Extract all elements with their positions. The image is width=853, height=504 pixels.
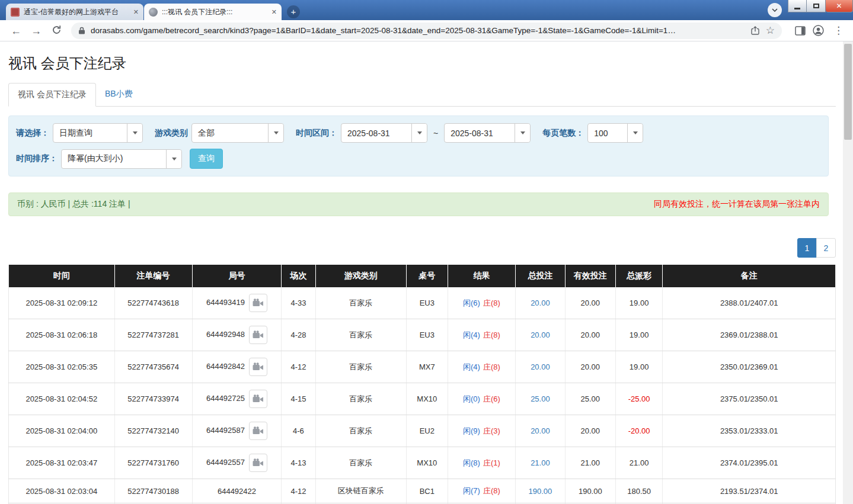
per-page-select[interactable]: 100 — [587, 123, 643, 143]
cell-game-type: 百家乐 — [315, 447, 406, 479]
profile-avatar[interactable] — [813, 25, 824, 36]
chevron-down-icon[interactable] — [411, 124, 427, 142]
page-button-1[interactable]: 1 — [797, 238, 817, 258]
forward-button[interactable]: → — [28, 25, 44, 36]
game-type-select[interactable]: 全部 — [191, 123, 284, 143]
filter-row-2: 时间排序： 降幂(由大到小) 查询 — [16, 149, 821, 169]
cell-valid-bet: 25.00 — [565, 383, 615, 415]
chevron-down-icon[interactable] — [268, 124, 283, 142]
tab-close-icon[interactable]: ✕ — [271, 8, 277, 16]
cell-round-number: 644492948 — [192, 319, 282, 351]
bookmark-star-icon[interactable]: ☆ — [766, 24, 775, 37]
cell-total-bet: 190.00 — [516, 479, 566, 503]
cell-table-number: MX7 — [406, 351, 448, 383]
round-number: 644493419 — [206, 298, 245, 307]
cell-time: 2025-08-31 02:03:47 — [9, 447, 115, 479]
cell-result: 闲(0)庄(6) — [448, 383, 515, 415]
cell-bet-number: 522774732140 — [114, 415, 192, 447]
total-bet-link[interactable]: 20.00 — [531, 298, 550, 307]
page-title: 视讯 会员下注纪录 — [8, 54, 836, 73]
cell-result: 闲(9)庄(3) — [448, 415, 515, 447]
tab-list-chevron-icon[interactable] — [768, 3, 782, 17]
cell-table-number: BC1 — [406, 479, 448, 503]
table-row: 2025-08-31 02:06:18 522774737281 6444929… — [9, 319, 836, 351]
video-replay-button[interactable] — [249, 326, 267, 344]
cell-time: 2025-08-31 02:06:18 — [9, 319, 115, 351]
chevron-down-icon[interactable] — [515, 124, 530, 142]
result-player: 闲(0) — [463, 394, 480, 403]
window-minimize-button[interactable] — [788, 0, 807, 12]
browser-tab-betrecord[interactable]: :::视讯 会员下注纪录::: ✕ — [144, 4, 282, 20]
search-button[interactable]: 查询 — [190, 149, 223, 169]
cell-note: 2375.01/2350.01 — [663, 383, 836, 415]
filter-row-1: 请选择： 日期查询 游戏类别 全部 时间区间： 2025-08-31 ~ 202 — [16, 123, 821, 143]
cell-table-number: EU3 — [406, 287, 448, 319]
video-replay-button[interactable] — [249, 358, 267, 376]
cell-note: 2374.01/2395.01 — [663, 447, 836, 479]
window-maximize-button[interactable] — [807, 0, 826, 12]
reload-button[interactable] — [49, 25, 64, 37]
cell-game-type: 百家乐 — [315, 287, 406, 319]
video-replay-button[interactable] — [249, 294, 267, 312]
query-type-select[interactable]: 日期查询 — [53, 123, 143, 143]
cell-payout: -20.00 — [615, 415, 663, 447]
cell-session: 4-12 — [282, 351, 315, 383]
video-replay-button[interactable] — [249, 390, 267, 408]
table-row: 2025-08-31 02:03:04 522774730188 6444924… — [9, 479, 836, 503]
page-favicon — [149, 8, 158, 17]
total-bet-link[interactable]: 20.00 — [531, 362, 550, 371]
cell-bet-number: 522774733974 — [114, 383, 192, 415]
cell-time: 2025-08-31 02:04:00 — [9, 415, 115, 447]
column-header: 局号 — [192, 265, 282, 287]
window-close-button[interactable]: ✕ — [826, 0, 853, 12]
round-number: 644492948 — [206, 330, 245, 339]
video-replay-button[interactable] — [249, 422, 267, 440]
date-range-label: 时间区间： — [296, 128, 337, 139]
browser-tab-home[interactable]: 通宝-信誉最好的网上游戏平台 ✕ — [6, 4, 143, 20]
total-bet-link[interactable]: 21.00 — [531, 458, 550, 467]
tab-close-icon[interactable]: ✕ — [133, 8, 139, 16]
total-bet-link[interactable]: 20.00 — [531, 426, 550, 435]
side-panel-button[interactable] — [795, 26, 806, 36]
lock-icon — [78, 26, 85, 35]
page-scrollbar[interactable] — [843, 41, 853, 504]
back-button[interactable]: ← — [8, 25, 24, 36]
date-start-input[interactable]: 2025-08-31 — [341, 123, 427, 143]
cell-payout: 19.00 — [615, 351, 663, 383]
page-button-2[interactable]: 2 — [816, 238, 836, 258]
result-player: 闲(7) — [463, 486, 480, 495]
sort-order-select[interactable]: 降幂(由大到小) — [61, 149, 182, 169]
table-row: 2025-08-31 02:09:12 522774743618 6444934… — [9, 287, 836, 319]
column-header: 备注 — [663, 265, 836, 287]
cell-round-number: 644493419 — [192, 287, 282, 319]
cell-bet-number: 522774731760 — [114, 447, 192, 479]
column-header: 总投注 — [516, 265, 566, 287]
video-camera-icon — [253, 362, 264, 371]
cell-session: 4-13 — [282, 447, 315, 479]
bet-table-head-row: 时间注单编号局号场次游戏类别桌号结果总投注有效投注总派彩备注 — [9, 265, 836, 287]
total-bet-link[interactable]: 25.00 — [531, 394, 550, 403]
tab-bb-tip[interactable]: BB小费 — [96, 83, 142, 107]
address-bar[interactable]: dorasabs.com/game/betrecord_search/kind3… — [71, 23, 782, 39]
chevron-down-icon[interactable] — [627, 124, 643, 142]
new-tab-button[interactable]: + — [287, 5, 300, 18]
date-end-input[interactable]: 2025-08-31 — [444, 123, 531, 143]
sort-label: 时间排序： — [16, 153, 57, 164]
cell-total-bet: 20.00 — [516, 319, 566, 351]
scrollbar-thumb[interactable] — [844, 44, 852, 140]
summary-bar: 币别 : 人民币 | 总共 :114 注单 | 同局有效投注，统一计算在该局第一… — [8, 192, 829, 216]
video-camera-icon — [253, 330, 264, 339]
browser-menu-button[interactable]: ⋮ — [831, 24, 846, 37]
total-bet-link[interactable]: 20.00 — [531, 330, 550, 339]
cell-session: 4-28 — [282, 319, 315, 351]
result-banker: 庄(3) — [483, 426, 500, 435]
tab-betrecord[interactable]: 视讯 会员下注纪录 — [8, 83, 96, 107]
chevron-down-icon[interactable] — [127, 124, 142, 142]
cell-time: 2025-08-31 02:05:35 — [9, 351, 115, 383]
minimize-icon — [794, 8, 800, 9]
total-bet-link[interactable]: 190.00 — [529, 487, 552, 496]
chevron-down-icon[interactable] — [166, 150, 181, 168]
share-button[interactable] — [750, 26, 760, 36]
video-replay-button[interactable] — [249, 454, 267, 472]
video-camera-icon — [253, 394, 264, 403]
